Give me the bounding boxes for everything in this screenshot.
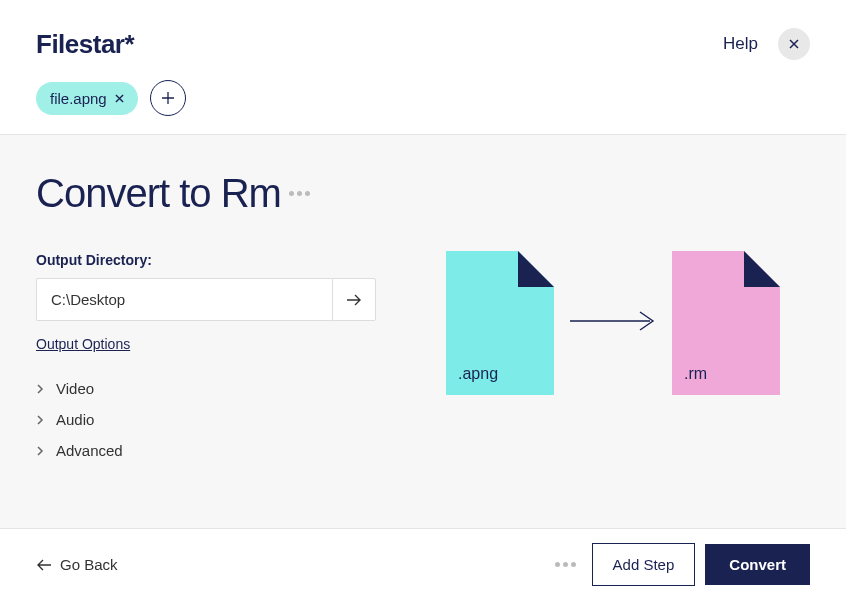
- file-chip-remove[interactable]: [115, 94, 124, 103]
- expand-video[interactable]: Video: [36, 380, 376, 397]
- chevron-right-icon: [36, 414, 44, 426]
- browse-button[interactable]: [332, 278, 376, 321]
- target-file-graphic: .rm: [672, 251, 780, 395]
- plus-icon: [161, 91, 175, 105]
- convert-button[interactable]: Convert: [705, 544, 810, 585]
- chevron-right-icon: [36, 445, 44, 457]
- file-chip[interactable]: file.apng: [36, 82, 138, 115]
- close-icon: [115, 94, 124, 103]
- add-file-button[interactable]: [150, 80, 186, 116]
- source-file-ext: .apng: [458, 365, 498, 383]
- arrow-right-icon: [346, 293, 362, 307]
- arrow-right-icon: [568, 309, 658, 337]
- arrow-left-icon: [36, 558, 52, 572]
- go-back-label: Go Back: [60, 556, 118, 573]
- expand-advanced[interactable]: Advanced: [36, 442, 376, 459]
- add-step-button[interactable]: Add Step: [592, 543, 696, 586]
- expand-label: Video: [56, 380, 94, 397]
- conversion-illustration: .apng .rm: [416, 171, 810, 492]
- expand-label: Audio: [56, 411, 94, 428]
- page-title: Convert to Rm: [36, 171, 376, 216]
- output-directory-label: Output Directory:: [36, 252, 376, 268]
- output-options-link[interactable]: Output Options: [36, 336, 130, 352]
- source-file-graphic: .apng: [446, 251, 554, 395]
- close-button[interactable]: [778, 28, 810, 60]
- more-icon[interactable]: [289, 191, 310, 196]
- close-icon: [789, 39, 799, 49]
- expand-label: Advanced: [56, 442, 123, 459]
- logo: Filestar*: [36, 29, 134, 60]
- expand-audio[interactable]: Audio: [36, 411, 376, 428]
- target-file-ext: .rm: [684, 365, 707, 383]
- go-back-button[interactable]: Go Back: [36, 556, 118, 573]
- help-link[interactable]: Help: [723, 34, 758, 54]
- chevron-right-icon: [36, 383, 44, 395]
- more-icon: [555, 562, 576, 567]
- output-directory-input[interactable]: [36, 278, 332, 321]
- more-button[interactable]: [549, 556, 582, 573]
- file-chip-label: file.apng: [50, 90, 107, 107]
- page-title-text: Convert to Rm: [36, 171, 281, 216]
